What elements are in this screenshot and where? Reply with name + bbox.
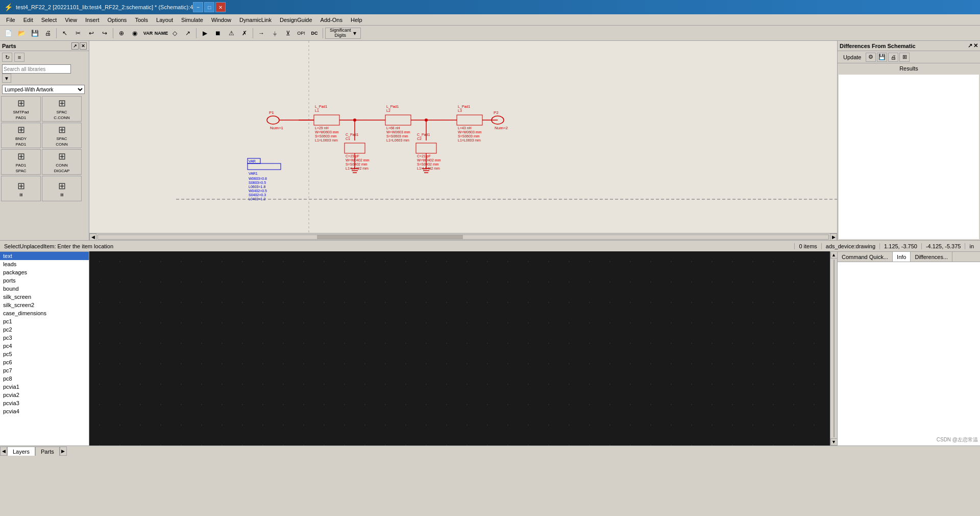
parts-refresh-button[interactable]: ↻ (2, 53, 12, 62)
menu-item-edit[interactable]: Edit (19, 16, 37, 24)
menu-item-file[interactable]: File (2, 16, 19, 24)
part-cconn[interactable]: ⊞ SPAC C.CONN (42, 96, 82, 122)
optim-button[interactable]: OP! (295, 27, 307, 39)
open-button[interactable]: 📂 (15, 27, 28, 39)
scroll-right-button[interactable]: ▶ (830, 233, 837, 241)
sig-digits-dropdown[interactable]: ▾ (353, 30, 356, 37)
update-button[interactable]: Update (840, 53, 865, 61)
undo-button[interactable]: ↩ (85, 27, 97, 39)
clear-button[interactable]: ✗ (238, 27, 251, 39)
layer-item-bound[interactable]: bound (0, 285, 89, 293)
pointer-button[interactable]: ↖ (59, 27, 71, 39)
tab-arrow-left[interactable]: ◀ (0, 447, 7, 456)
cut-button[interactable]: ✂ (72, 27, 84, 39)
insert-marker-button[interactable]: ◇ (168, 27, 181, 39)
menu-item-help[interactable]: Help (347, 16, 366, 24)
layer-item-pc6[interactable]: pc6 (0, 358, 89, 366)
insert-comp-button[interactable]: ⊕ (115, 27, 128, 39)
layer-item-pcvia2[interactable]: pcvia2 (0, 391, 89, 399)
menu-item-dynamiclink[interactable]: DynamicLink (235, 16, 276, 24)
close-button[interactable]: ✕ (215, 2, 226, 12)
menu-item-view[interactable]: View (61, 16, 81, 24)
tab-layers[interactable]: Layers (7, 447, 35, 456)
layer-item-case_dimensions[interactable]: case_dimensions (0, 309, 89, 317)
filter-button[interactable]: ▼ (2, 74, 11, 83)
search-input[interactable] (2, 64, 71, 74)
diff-table-button[interactable]: ⊞ (899, 53, 910, 62)
right-tab-2[interactable]: Differences... (911, 252, 952, 262)
layer-item-ports[interactable]: ports (0, 276, 89, 285)
right-tab-0[interactable]: Command Quick... (838, 252, 893, 262)
layer-item-pc5[interactable]: pc5 (0, 350, 89, 358)
vdd-button[interactable]: ⊻ (282, 27, 294, 39)
menu-item-designguide[interactable]: DesignGuide (276, 16, 316, 24)
insert-name-button[interactable]: NAME (155, 27, 167, 39)
menu-item-add-ons[interactable]: Add-Ons (316, 16, 347, 24)
library-select[interactable]: Lumped-With Artwork (2, 85, 85, 94)
redo-button[interactable]: ↪ (99, 27, 111, 39)
tab-arrow-right[interactable]: ▶ (60, 447, 67, 456)
scroll-up-button[interactable]: ▲ (830, 251, 838, 259)
layer-item-packages[interactable]: packages (0, 268, 89, 276)
menu-item-layout[interactable]: Layout (152, 16, 177, 24)
layer-item-pc1[interactable]: pc1 (0, 317, 89, 325)
diff-close-button[interactable]: ✕ (973, 42, 978, 49)
menu-item-select[interactable]: Select (37, 16, 61, 24)
print-button[interactable]: 🖨 (42, 27, 54, 39)
minimize-button[interactable]: − (193, 2, 203, 12)
diff-settings-button[interactable]: ⚙ (866, 53, 876, 62)
new-button[interactable]: 📄 (2, 27, 14, 39)
maximize-button[interactable]: □ (204, 2, 214, 12)
diff-print-button[interactable]: 🖨 (888, 53, 898, 62)
right-tab-1[interactable]: Info (893, 252, 911, 262)
diff-float-button[interactable]: ↗ (968, 42, 972, 49)
menu-item-options[interactable]: Options (103, 16, 131, 24)
layer-item-pcvia3[interactable]: pcvia3 (0, 399, 89, 407)
svg-text:C1: C1 (346, 137, 350, 140)
menu-item-insert[interactable]: Insert (81, 16, 104, 24)
dc-button[interactable]: DC (308, 27, 321, 39)
layer-item-pc3[interactable]: pc3 (0, 334, 89, 342)
scroll-left-button[interactable]: ◀ (89, 233, 96, 241)
menu-item-tools[interactable]: Tools (131, 16, 152, 24)
part-extra2[interactable]: ⊞ ⊞ (42, 176, 82, 201)
save-button[interactable]: 💾 (29, 27, 41, 39)
parts-close-button[interactable]: ✕ (80, 42, 87, 50)
error-button[interactable]: ⚠ (225, 27, 237, 39)
part-smtpad[interactable]: ⊞ SMTPad PAD1 (1, 96, 41, 122)
simulate-button[interactable]: ▶ (199, 27, 211, 39)
port-button[interactable]: → (255, 27, 267, 39)
menu-item-simulate[interactable]: Simulate (177, 16, 207, 24)
layer-item-text[interactable]: text (0, 252, 89, 260)
parts-list-button[interactable]: ≡ (14, 53, 24, 62)
layer-item-pc4[interactable]: pc4 (0, 342, 89, 350)
layer-item-leads[interactable]: leads (0, 260, 89, 268)
tab-parts[interactable]: Parts (35, 447, 60, 456)
menu-item-window[interactable]: Window (207, 16, 235, 24)
part-pad1[interactable]: ⊞ PAD1 SPAC (1, 149, 41, 175)
part-bndy[interactable]: ⊞ BNDY PAD1 (1, 123, 41, 148)
layout-canvas[interactable] (89, 251, 830, 445)
parts-float-button[interactable]: ↗ (71, 42, 79, 50)
stop-button[interactable]: ⏹ (212, 27, 224, 39)
layer-item-silk_screen[interactable]: silk_screen (0, 293, 89, 301)
layer-item-pcvia4[interactable]: pcvia4 (0, 407, 89, 415)
significant-digits-control[interactable]: Significant Digits ▾ (325, 28, 361, 39)
h-scrollbar-thumb[interactable] (317, 235, 463, 239)
layer-item-pcvia1[interactable]: pcvia1 (0, 383, 89, 391)
insert-var-button[interactable]: VAR (142, 27, 154, 39)
diff-save-button[interactable]: 💾 (877, 53, 887, 62)
layer-item-pc7[interactable]: pc7 (0, 366, 89, 374)
part-digcap[interactable]: ⊞ CONN DIGCAP (42, 149, 82, 175)
part-conn[interactable]: ⊞ SPAC CONN (42, 123, 82, 148)
scroll-down-button[interactable]: ▼ (830, 438, 838, 445)
h-scrollbar-track[interactable] (97, 234, 829, 240)
part-extra1[interactable]: ⊞ ⊞ (1, 176, 41, 201)
insert-probe-button[interactable]: ↗ (182, 27, 194, 39)
layer-item-silk_screen2[interactable]: silk_screen2 (0, 301, 89, 309)
layer-item-pc8[interactable]: pc8 (0, 374, 89, 383)
insert-wire-button[interactable]: ◉ (129, 27, 141, 39)
gnd-button[interactable]: ⏚ (268, 27, 281, 39)
layer-item-pc2[interactable]: pc2 (0, 325, 89, 334)
schematic-canvas[interactable]: P1 Num=1 L_Pad1 L1 L=29 nH W=W0603 mm S=… (89, 41, 837, 233)
